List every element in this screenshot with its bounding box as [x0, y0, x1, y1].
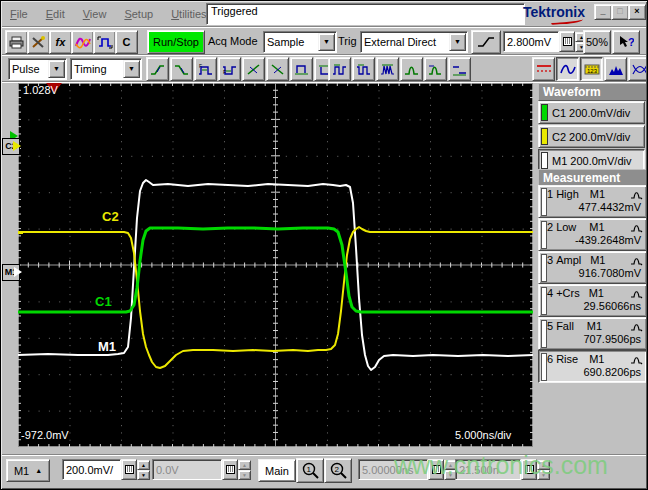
- trace-m1: [18, 180, 533, 370]
- pos-width-button[interactable]: F: [194, 57, 217, 81]
- waveform-select-button[interactable]: M1▲: [6, 459, 50, 482]
- c2-level-tick-icon: [18, 231, 23, 234]
- chevron-down-icon[interactable]: ▼: [48, 60, 65, 78]
- svg-text:?: ?: [628, 36, 634, 48]
- waveform-c2-button[interactable]: C2 200.0mV/div: [538, 125, 645, 148]
- frequency-button[interactable]: [352, 57, 375, 81]
- close-button[interactable]: ×: [628, 4, 646, 20]
- neg-width-icon: F: [222, 63, 237, 76]
- pos-peak-button[interactable]: [400, 57, 423, 81]
- chevron-down-icon[interactable]: ▼: [449, 33, 466, 51]
- histogram-button[interactable]: [604, 57, 627, 81]
- pos-cross-icon: [246, 63, 261, 76]
- pos-peak-icon: [404, 63, 419, 76]
- trig-source-select[interactable]: External Direct ▼: [360, 31, 468, 53]
- watermark: www.cntronics.com: [394, 451, 608, 480]
- waveform-display-button[interactable]: [556, 57, 579, 81]
- readout-button[interactable]: 123: [580, 57, 603, 81]
- menu-edit[interactable]: Edit: [37, 6, 74, 22]
- svg-text:123: 123: [587, 68, 598, 74]
- main-view-button[interactable]: Main: [258, 459, 296, 482]
- context-help-button[interactable]: ?: [612, 30, 640, 54]
- neg-width-button[interactable]: F: [218, 57, 241, 81]
- sine-icon: [560, 63, 576, 76]
- clear-c-icon: C: [123, 36, 131, 48]
- neg-cross-button[interactable]: [266, 57, 289, 81]
- m1-marker-arrow-icon[interactable]: [14, 267, 22, 277]
- c2-trace-label: C2: [102, 209, 119, 224]
- signal-type-select[interactable]: Pulse ▼: [8, 58, 67, 80]
- zoom2-button[interactable]: 2: [324, 458, 352, 483]
- trig-level-field[interactable]: 2.800mV: [503, 31, 559, 52]
- measurement-pos-cross-button[interactable]: 4+CrsM1 29.56066ns: [538, 284, 647, 317]
- pos-pulse-button[interactable]: [290, 57, 313, 81]
- maximize-button[interactable]: □: [611, 4, 629, 20]
- graticule-display[interactable]: 1.028V -972.0mV 5.000ns/div C2 C1 M1: [18, 83, 533, 447]
- minimize-button[interactable]: _: [594, 4, 612, 20]
- zoom1-button[interactable]: 1: [296, 458, 324, 483]
- menu-setup[interactable]: Setup: [115, 6, 162, 22]
- set-50-percent-button[interactable]: 50%: [583, 30, 611, 54]
- vectors-button[interactable]: [532, 57, 555, 81]
- chevron-down-icon[interactable]: ▼: [318, 33, 335, 51]
- chevron-up-icon: ▲: [35, 467, 42, 474]
- keypad-icon: [563, 37, 572, 46]
- fall-time-icon: [174, 63, 189, 76]
- waveform-database-button[interactable]: [71, 30, 94, 54]
- spin-down-icon[interactable]: ▼: [238, 470, 251, 480]
- measure-buttons-group-1: F F: [146, 57, 337, 81]
- timebase-readout: 5.000ns/div: [455, 429, 511, 441]
- vertical-scale-field[interactable]: 200.0mV/: [62, 459, 121, 480]
- pos-cross-button[interactable]: [242, 57, 265, 81]
- vertical-scale-spinner[interactable]: ▲▼: [137, 460, 150, 479]
- m1-source-bar: [541, 188, 547, 216]
- print-button[interactable]: [5, 30, 28, 54]
- keypad-button[interactable]: [559, 31, 575, 52]
- spin-up-icon[interactable]: ▲: [238, 460, 251, 470]
- svg-text:F: F: [199, 63, 202, 69]
- eye-mask-button[interactable]: [628, 57, 648, 81]
- vertical-offset-spinner[interactable]: ▲▼: [238, 460, 251, 479]
- trig-label: Trig: [338, 35, 357, 47]
- waveform-c1-button[interactable]: C1 200.0mV/div: [538, 101, 645, 124]
- neg-peak-icon: [428, 63, 443, 76]
- fall-time-button[interactable]: [170, 57, 193, 81]
- m1-color-swatch: [541, 152, 548, 169]
- acq-mode-select[interactable]: Sample ▼: [263, 31, 337, 53]
- math-fx-button[interactable]: fx: [49, 30, 72, 54]
- keypad-button[interactable]: [222, 459, 238, 480]
- burst-width-button[interactable]: [376, 57, 399, 81]
- measure-category-select[interactable]: Timing ▼: [70, 58, 142, 80]
- oscilloscope-app: { "window": { "logo": "Tektronix", "stat…: [0, 0, 648, 490]
- measurement-low-button[interactable]: 2LowM1 -439.2648mV: [538, 218, 647, 251]
- measurement-rise-button[interactable]: 6RiseM1 690.8206ps: [538, 350, 647, 383]
- rising-slope-icon: [477, 36, 495, 48]
- measurement-ampl-button[interactable]: 3AmplM1 916.7080mV: [538, 251, 647, 284]
- vertical-max-readout: 1.028V: [23, 84, 58, 96]
- c2-marker-arrow-icon[interactable]: [13, 141, 21, 151]
- menu-view[interactable]: View: [74, 6, 116, 22]
- vertical-offset-field[interactable]: 0.0V: [152, 459, 222, 480]
- frequency-icon: [356, 63, 371, 76]
- spin-down-icon[interactable]: ▼: [137, 470, 150, 480]
- trig-slope-button[interactable]: [471, 30, 501, 54]
- spin-up-icon[interactable]: ▲: [137, 460, 150, 470]
- period-button[interactable]: [328, 57, 351, 81]
- tools-button[interactable]: [27, 30, 50, 54]
- chevron-down-icon[interactable]: ▼: [123, 60, 140, 78]
- pulse-select-button[interactable]: [93, 30, 116, 54]
- vertical-min-readout: -972.0mV: [21, 429, 69, 441]
- menu-file[interactable]: File: [1, 6, 37, 22]
- measurement-fall-button[interactable]: 5FallM1 707.9506ps: [538, 317, 647, 350]
- readout-ruler-icon: 123: [584, 63, 600, 76]
- run-stop-button[interactable]: Run/Stop: [147, 30, 205, 54]
- rise-time-button[interactable]: [146, 57, 169, 81]
- keypad-button[interactable]: [121, 459, 137, 480]
- color-waveform-icon: [75, 36, 91, 49]
- measurement-high-button[interactable]: 1HighM1 477.4432mV: [538, 185, 647, 218]
- neg-peak-button[interactable]: [424, 57, 447, 81]
- pulse-select-icon: [97, 36, 113, 49]
- vertical-scale-control: 200.0mV/ ▲▼: [62, 459, 150, 480]
- clear-button[interactable]: C: [115, 30, 138, 54]
- flat-top-button[interactable]: [448, 57, 471, 81]
